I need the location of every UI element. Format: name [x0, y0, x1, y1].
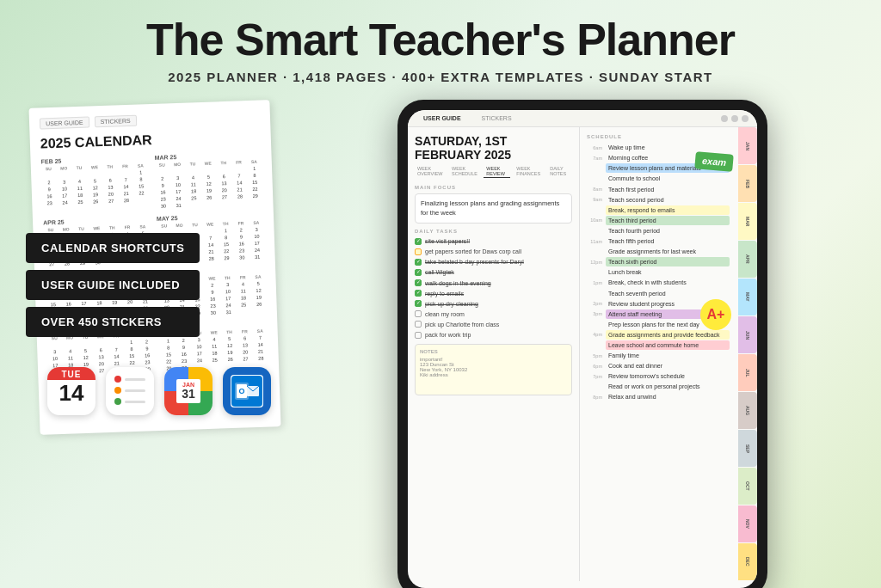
schedule-item-23: Read or work on personal projects — [587, 382, 730, 391]
schedule-text-20: Family time — [606, 351, 730, 360]
google-calendar-icon: 31 JAN — [164, 367, 213, 415]
index-tab-oct[interactable]: OCT — [738, 468, 757, 505]
schedule-item-20: 5pmFamily time — [587, 351, 730, 360]
planner-left-panel: SATURDAY, 1ST FEBRUARY 2025 WEEK OVERVIE… — [408, 127, 580, 581]
task-checkbox-2[interactable]: ✓ — [415, 259, 422, 266]
schedule-item-4: 8amTeach first period — [587, 185, 730, 194]
nav-tabs: WEEK OVERVIEW WEEK SCHEDULE WEEK REVIEW … — [415, 165, 572, 178]
schedule-item-7: 10amTeach third period — [587, 216, 730, 225]
calendar-title: 2025 CALENDAR — [40, 129, 261, 152]
index-tab-jan[interactable]: JAN — [738, 127, 757, 164]
task-text-6: pick up dry cleaning — [425, 300, 478, 308]
task-checkbox-0[interactable]: ✓ — [415, 238, 422, 245]
schedule-text-3: Commute to school — [606, 174, 730, 183]
tablet-content: SATURDAY, 1ST FEBRUARY 2025 WEEK OVERVIE… — [408, 127, 757, 581]
nav-tab-week-finances[interactable]: WEEK FINANCES — [514, 165, 544, 178]
calendar-number: 14 — [47, 380, 95, 407]
task-item-4: ✓walk dogs in the evening — [415, 279, 572, 287]
tablet-tab-guide[interactable]: USER GUIDE — [416, 113, 468, 123]
index-tab-nov[interactable]: NOV — [738, 505, 757, 542]
svg-text:31: 31 — [182, 387, 195, 401]
task-checkbox-9[interactable] — [415, 332, 422, 339]
schedule-item-14: Teach seventh period — [587, 289, 730, 298]
tab-circle-1 — [721, 115, 728, 122]
task-text-7: clean my room — [425, 310, 465, 318]
task-checkbox-8[interactable] — [415, 321, 422, 328]
tab-dividers — [721, 115, 749, 122]
tab-circle-3 — [742, 115, 749, 122]
schedule-time-0: 6am — [587, 145, 602, 150]
teacher-index: JANFEBMARAPRMAYJUNJULAUGSEPOCTNOVDEC — [738, 127, 757, 581]
index-tab-jun[interactable]: JUN — [738, 316, 757, 353]
paper-tab-guide: USER GUIDE — [40, 117, 89, 130]
schedule-item-9: 11amTeach fifth period — [587, 236, 730, 246]
calendar-day: TUE — [47, 367, 95, 380]
aplus-sticker: A+ — [700, 299, 731, 330]
schedule-time-18: 4pm — [587, 332, 602, 337]
index-tab-may[interactable]: MAY — [738, 279, 757, 315]
content-area: USER GUIDE STICKERS 2025 CALENDAR FEB 25… — [0, 91, 881, 547]
right-panel: USER GUIDE STICKERS SATURDAY, 1ST FEBRUA… — [318, 100, 847, 588]
tablet-top-bar: USER GUIDE STICKERS — [408, 110, 757, 127]
month-block-1: MAR 25SUMOTUWETHFRSA 1234567891011121314… — [154, 151, 262, 209]
planner-date: SATURDAY, 1ST FEBRUARY 2025 — [415, 134, 572, 162]
index-tab-apr[interactable]: APR — [738, 241, 757, 278]
index-tab-sep[interactable]: SEP — [738, 430, 757, 467]
daily-tasks-label: DAILY TASKS — [415, 229, 572, 234]
schedule-item-11: 12pmTeach sixth period — [587, 257, 730, 266]
svg-text:O: O — [238, 387, 244, 395]
nav-tab-week-review[interactable]: WEEK REVIEW — [484, 165, 510, 178]
page-header: The Smart Teacher's Planner 2025 PLANNER… — [0, 0, 881, 91]
index-tab-aug[interactable]: AUG — [738, 392, 757, 429]
schedule-text-5: Teach second period — [606, 195, 730, 205]
task-checkbox-6[interactable]: ✓ — [415, 300, 422, 307]
nav-tab-week-schedule[interactable]: WEEK SCHEDULE — [449, 165, 480, 178]
schedule-text-0: Wake up time — [606, 143, 730, 152]
page-title: The Smart Teacher's Planner — [17, 15, 864, 64]
task-item-1: get papers sorted for Daws corp call — [415, 248, 572, 255]
reminder-dot-2 — [114, 387, 121, 394]
task-item-6: ✓pick up dry cleaning — [415, 300, 572, 308]
index-tab-jul[interactable]: JUL — [738, 354, 757, 391]
schedule-item-13: 1pmBreak, check in with students — [587, 278, 730, 287]
schedule-text-7: Teach third period — [606, 216, 730, 225]
schedule-item-21: 6pmCook and eat dinner — [587, 361, 730, 371]
task-checkbox-4[interactable]: ✓ — [415, 279, 422, 286]
index-tab-dec[interactable]: DEC — [738, 543, 757, 580]
task-checkbox-7[interactable] — [415, 310, 422, 317]
tablet-screen: USER GUIDE STICKERS SATURDAY, 1ST FEBRUA… — [408, 110, 757, 588]
tab-circle-2 — [731, 115, 738, 122]
nav-tab-week-overview[interactable]: WEEK OVERVIEW — [415, 165, 446, 178]
schedule-item-3: Commute to school — [587, 174, 730, 183]
task-text-9: pack for work trip — [425, 331, 471, 339]
task-item-7: clean my room — [415, 310, 572, 318]
schedule-time-24: 8pm — [587, 395, 602, 400]
schedule-time-15: 2pm — [587, 301, 602, 306]
task-checkbox-3[interactable]: ✓ — [415, 269, 422, 276]
outlook-letter: O — [231, 375, 263, 407]
reminder-dot-3 — [114, 398, 121, 405]
task-item-3: ✓call Wigtek — [415, 268, 572, 276]
index-tab-mar[interactable]: MAR — [738, 203, 757, 240]
schedule-list: 6amWake up time7amMorning coffeeReview l… — [587, 143, 750, 401]
schedule-text-24: Relax and unwind — [606, 392, 730, 401]
tablet-device: USER GUIDE STICKERS SATURDAY, 1ST FEBRUA… — [397, 100, 767, 588]
nav-tab-daily-notes[interactable]: DAILY NOTES — [547, 165, 572, 178]
schedule-text-14: Teach seventh period — [606, 289, 730, 298]
task-item-8: pick up Charlotte from class — [415, 321, 572, 328]
task-checkbox-5[interactable]: ✓ — [415, 290, 422, 297]
schedule-text-18: Grade assignments and provide feedback — [606, 330, 730, 340]
task-checkbox-1[interactable] — [415, 248, 422, 255]
schedule-time-7: 10am — [587, 217, 602, 223]
task-item-5: ✓reply to emails — [415, 290, 572, 297]
notes-area[interactable]: NOTES important! 123 Duncan St New York,… — [415, 344, 572, 395]
schedule-text-6: Break, respond to emails — [606, 205, 730, 215]
index-tab-feb[interactable]: FEB — [738, 165, 757, 202]
paper-tab-stickers: STICKERS — [94, 115, 136, 128]
task-text-0: site visit papers!! — [425, 237, 470, 245]
page-subtitle: 2025 PLANNER · 1,418 PAGES · 400+ EXTRA … — [17, 70, 864, 84]
tablet-tab-stickers[interactable]: STICKERS — [475, 113, 519, 123]
badge-calendar: CALENDAR SHORTCUTS — [26, 233, 200, 263]
task-text-8: pick up Charlotte from class — [425, 321, 499, 328]
paper-tabs: USER GUIDE STICKERS — [40, 111, 260, 130]
